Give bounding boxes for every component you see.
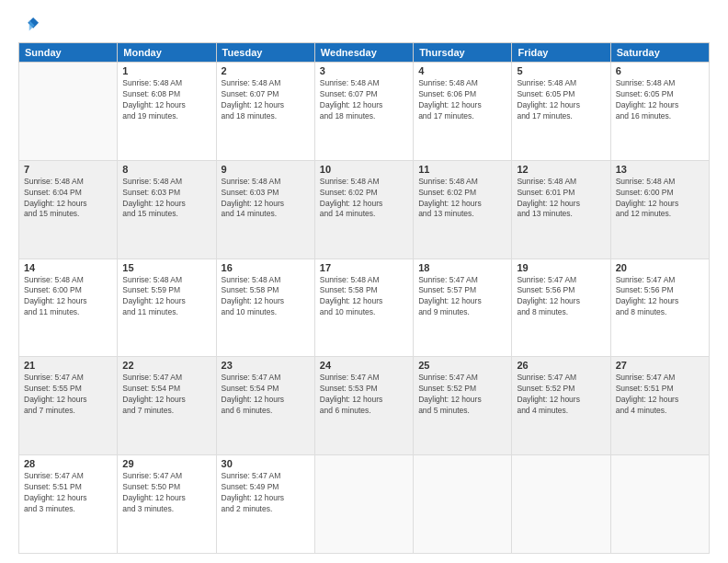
day-info-line: Daylight: 12 hours [222,296,285,305]
day-info-line: and 7 minutes. [122,406,174,415]
header-sunday: Sunday [19,43,118,63]
day-number: 27 [616,360,704,371]
header-monday: Monday [118,43,216,63]
day-number: 4 [418,65,506,76]
day-info-line: Sunset: 5:52 PM [418,384,476,393]
calendar-cell [512,455,610,554]
day-info: Sunrise: 5:48 AMSunset: 6:08 PMDaylight:… [122,78,210,122]
day-number: 9 [222,164,310,175]
day-info: Sunrise: 5:48 AMSunset: 6:04 PMDaylight:… [24,177,112,221]
calendar-cell: 29Sunrise: 5:47 AMSunset: 5:50 PMDayligh… [118,455,216,554]
day-info: Sunrise: 5:48 AMSunset: 5:58 PMDaylight:… [320,275,408,319]
day-info: Sunrise: 5:48 AMSunset: 6:00 PMDaylight:… [616,177,704,221]
day-number: 6 [616,65,704,76]
day-info-line: Sunrise: 5:47 AM [418,373,478,382]
day-info: Sunrise: 5:47 AMSunset: 5:54 PMDaylight:… [222,373,310,417]
day-info-line: and 6 minutes. [320,406,371,415]
day-info-line: Sunrise: 5:48 AM [320,177,380,186]
calendar-cell: 15Sunrise: 5:48 AMSunset: 5:59 PMDayligh… [118,259,216,357]
calendar-cell: 12Sunrise: 5:48 AMSunset: 6:01 PMDayligh… [512,160,610,259]
calendar-cell: 9Sunrise: 5:48 AMSunset: 6:03 PMDaylight… [216,160,314,259]
day-number: 17 [320,262,408,273]
day-info-line: Sunrise: 5:48 AM [517,78,576,87]
day-info-line: Daylight: 12 hours [517,100,580,109]
day-info-line: Daylight: 12 hours [222,395,285,404]
calendar-cell: 2Sunrise: 5:48 AMSunset: 6:07 PMDaylight… [216,63,314,161]
calendar-cell: 20Sunrise: 5:47 AMSunset: 5:56 PMDayligh… [610,259,709,357]
day-info-line: Sunset: 6:05 PM [517,89,574,98]
day-info-line: Sunrise: 5:48 AM [517,177,576,186]
day-info-line: Sunrise: 5:48 AM [616,177,676,186]
day-info-line: Sunrise: 5:47 AM [24,373,84,382]
day-info: Sunrise: 5:48 AMSunset: 6:05 PMDaylight:… [616,78,704,122]
day-number: 8 [122,164,210,175]
day-info: Sunrise: 5:47 AMSunset: 5:55 PMDaylight:… [24,373,112,417]
day-info-line: and 17 minutes. [517,111,572,121]
day-info-line: Sunset: 5:54 PM [222,384,279,393]
day-number: 14 [24,262,112,273]
day-info-line: and 5 minutes. [418,406,470,415]
day-info-line: Daylight: 12 hours [24,296,87,305]
day-info-line: Sunset: 6:07 PM [320,89,378,98]
day-info-line: and 13 minutes. [517,209,572,218]
day-info-line: and 10 minutes. [222,307,277,316]
day-info-line: Sunset: 6:06 PM [418,89,476,98]
day-info-line: Sunrise: 5:47 AM [616,275,676,284]
calendar-cell: 18Sunrise: 5:47 AMSunset: 5:57 PMDayligh… [414,259,512,357]
day-info-line: Sunrise: 5:47 AM [122,471,182,480]
calendar-cell [414,455,512,554]
day-info: Sunrise: 5:47 AMSunset: 5:53 PMDaylight:… [320,373,408,417]
day-info-line: Daylight: 12 hours [320,199,383,208]
day-info: Sunrise: 5:48 AMSunset: 6:02 PMDaylight:… [320,177,408,221]
day-number: 28 [24,458,112,469]
calendar-cell: 30Sunrise: 5:47 AMSunset: 5:49 PMDayligh… [216,455,314,554]
day-info-line: and 3 minutes. [24,504,75,513]
day-info-line: and 10 minutes. [320,307,375,316]
day-info-line: Sunset: 5:53 PM [320,384,378,393]
calendar-week-row: 7Sunrise: 5:48 AMSunset: 6:04 PMDaylight… [19,160,710,259]
day-info-line: and 14 minutes. [320,209,375,218]
day-info-line: and 19 minutes. [122,111,177,121]
day-info-line: Daylight: 12 hours [616,296,679,305]
day-info-line: and 15 minutes. [122,209,177,218]
day-info-line: Sunset: 6:02 PM [418,188,476,197]
day-info: Sunrise: 5:47 AMSunset: 5:56 PMDaylight:… [616,275,704,319]
day-info: Sunrise: 5:47 AMSunset: 5:54 PMDaylight:… [122,373,210,417]
weekday-header-row: Sunday Monday Tuesday Wednesday Thursday… [19,43,710,63]
day-info-line: and 15 minutes. [24,209,79,218]
day-number: 25 [418,360,506,371]
header-tuesday: Tuesday [216,43,314,63]
day-info-line: Sunset: 6:03 PM [122,188,180,197]
calendar-cell: 26Sunrise: 5:47 AMSunset: 5:52 PMDayligh… [512,357,610,455]
day-info: Sunrise: 5:47 AMSunset: 5:56 PMDaylight:… [517,275,605,319]
day-info: Sunrise: 5:48 AMSunset: 6:00 PMDaylight:… [24,275,112,319]
day-info-line: Sunrise: 5:47 AM [616,373,676,382]
calendar-week-row: 1Sunrise: 5:48 AMSunset: 6:08 PMDaylight… [19,63,710,161]
day-info-line: Daylight: 12 hours [517,395,580,404]
day-number: 13 [616,164,704,175]
calendar-week-row: 21Sunrise: 5:47 AMSunset: 5:55 PMDayligh… [19,357,710,455]
calendar-cell: 8Sunrise: 5:48 AMSunset: 6:03 PMDaylight… [118,160,216,259]
day-info: Sunrise: 5:48 AMSunset: 6:05 PMDaylight:… [517,78,605,122]
day-info-line: and 8 minutes. [616,307,667,316]
day-number: 21 [24,360,112,371]
day-info-line: Sunset: 6:08 PM [122,89,180,98]
day-info-line: Sunrise: 5:48 AM [418,78,478,87]
day-info-line: and 16 minutes. [616,111,671,121]
day-info-line: and 18 minutes. [222,111,277,121]
day-number: 1 [122,65,210,76]
day-info: Sunrise: 5:48 AMSunset: 6:07 PMDaylight:… [222,78,310,122]
day-info-line: Sunrise: 5:48 AM [24,275,84,284]
day-info-line: Daylight: 12 hours [122,296,186,305]
calendar-cell: 17Sunrise: 5:48 AMSunset: 5:58 PMDayligh… [314,259,413,357]
day-info-line: Sunrise: 5:48 AM [222,275,281,284]
day-info: Sunrise: 5:48 AMSunset: 5:58 PMDaylight:… [222,275,310,319]
calendar-cell [19,63,118,161]
day-info-line: Daylight: 12 hours [122,100,186,109]
header [18,15,710,35]
calendar-cell: 13Sunrise: 5:48 AMSunset: 6:00 PMDayligh… [610,160,709,259]
calendar-cell: 19Sunrise: 5:47 AMSunset: 5:56 PMDayligh… [512,259,610,357]
day-info-line: Daylight: 12 hours [222,199,285,208]
day-number: 20 [616,262,704,273]
day-info: Sunrise: 5:48 AMSunset: 6:06 PMDaylight:… [418,78,506,122]
